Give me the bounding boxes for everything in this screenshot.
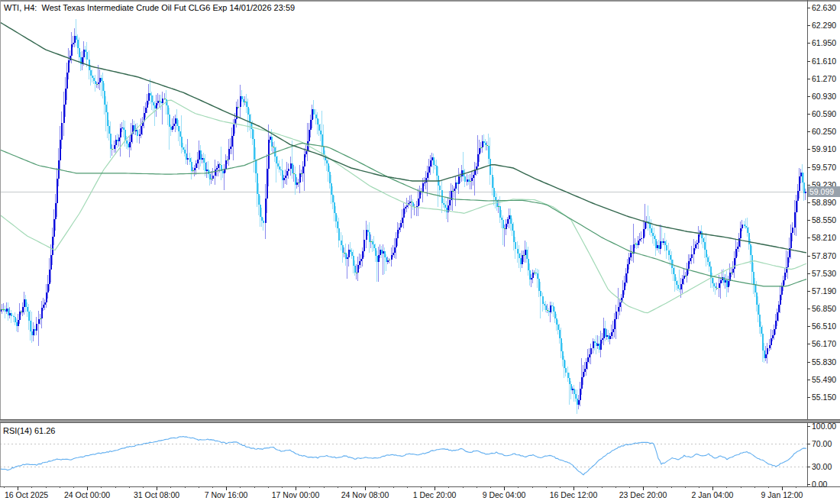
candle-body — [150, 93, 151, 95]
candle-body — [286, 171, 288, 176]
candle-body — [608, 335, 609, 339]
candle-body — [771, 338, 772, 345]
candle-body — [216, 168, 218, 170]
candle-body — [296, 183, 298, 185]
candle-body — [46, 292, 47, 302]
candle-body — [73, 43, 74, 44]
candle-body — [184, 150, 186, 153]
price-tick-label: 56.510 — [812, 321, 836, 331]
rsi-indicator-label: RSI(14) 61.26 — [3, 426, 55, 436]
candle-body — [803, 183, 805, 193]
candle-body — [301, 173, 302, 174]
candle-body — [758, 305, 759, 315]
candle-body — [304, 154, 305, 166]
panel-splitter[interactable] — [0, 419, 840, 423]
candle-body — [632, 253, 633, 254]
candle-body — [489, 159, 491, 175]
candle-body — [290, 163, 292, 169]
candle-body — [411, 202, 412, 202]
candle-body — [334, 202, 335, 213]
candle-body — [726, 280, 728, 287]
candle-body — [63, 105, 65, 123]
candle-body — [761, 327, 762, 334]
candle-body — [191, 162, 192, 171]
candle-body — [66, 73, 68, 89]
candle-body — [594, 341, 596, 343]
price-chart-canvas[interactable]: 62.63062.29061.95061.61061.27060.93060.5… — [0, 0, 840, 504]
candle-body — [115, 140, 117, 145]
candle-body — [76, 36, 77, 40]
candle-body — [461, 170, 463, 176]
candle-body — [279, 166, 280, 170]
price-axis[interactable]: 62.63062.29061.95061.61061.27060.93060.5… — [807, 3, 836, 402]
candle-body — [485, 143, 486, 145]
candle-body — [317, 118, 318, 124]
candle-body — [517, 249, 519, 254]
candle-body — [615, 312, 617, 319]
candle-body — [703, 238, 704, 242]
candle-body — [619, 302, 621, 307]
candle-body — [470, 181, 471, 182]
candle-body — [267, 169, 268, 199]
candle-body — [519, 254, 520, 258]
candle-body — [540, 291, 541, 296]
candle-body — [693, 248, 695, 254]
candle-body — [720, 280, 722, 283]
rsi-axis[interactable]: 100.0070.0030.000.00 — [807, 422, 836, 489]
candle-body — [562, 351, 564, 360]
candle-body — [19, 312, 21, 320]
candle-body — [747, 228, 748, 233]
candle-body — [283, 178, 285, 180]
candle-body — [439, 186, 441, 190]
candle-body — [513, 231, 515, 242]
candle-body — [587, 357, 589, 362]
candle-body — [488, 146, 489, 159]
time-tick-label: 16 Dec 12:00 — [550, 490, 598, 499]
candle-body — [362, 251, 363, 259]
candle-body — [312, 109, 313, 120]
candle-body — [683, 276, 685, 279]
candle-body — [486, 145, 488, 146]
candle-body — [661, 241, 663, 243]
candle-body — [682, 279, 683, 284]
candle-body — [13, 316, 15, 317]
candle-body — [458, 176, 460, 184]
price-tick-label: 56.170 — [812, 339, 836, 348]
candle-body — [655, 239, 657, 248]
candle-body — [255, 160, 257, 173]
candle-body — [222, 171, 224, 173]
candle-body — [664, 241, 666, 245]
time-tick-label: 23 Dec 20:00 — [619, 490, 667, 499]
time-axis[interactable]: 16 Oct 202524 Oct 00:0031 Oct 08:007 Nov… — [5, 486, 803, 499]
candle-body — [197, 160, 199, 163]
candle-body — [399, 228, 400, 230]
candle-body — [52, 237, 53, 255]
candle-body — [545, 305, 547, 310]
candle-body — [529, 270, 531, 279]
candle-body — [95, 81, 96, 84]
candle-body — [690, 258, 691, 261]
price-tick-label: 55.830 — [812, 357, 836, 367]
candle-body — [580, 389, 581, 400]
candle-body — [68, 60, 69, 73]
candle-body — [501, 218, 502, 220]
price-tick-label: 58.550 — [812, 215, 836, 225]
candle-body — [189, 158, 191, 162]
candle-body — [597, 344, 599, 346]
candle-body — [299, 173, 301, 183]
candle-body — [471, 178, 473, 181]
candle-body — [725, 280, 726, 283]
price-tick-label: 55.490 — [812, 375, 836, 384]
candle-body — [148, 93, 150, 101]
candle-body — [628, 257, 630, 264]
candle-body — [443, 203, 444, 205]
candle-body — [273, 147, 274, 147]
price-tick-label: 60.930 — [812, 92, 836, 101]
candle-body — [367, 230, 369, 232]
candle-body — [590, 348, 592, 354]
candle-body — [400, 223, 402, 228]
candle-body — [433, 157, 435, 165]
candle-body — [625, 273, 627, 283]
candle-body — [295, 174, 296, 185]
candle-body — [293, 173, 295, 174]
